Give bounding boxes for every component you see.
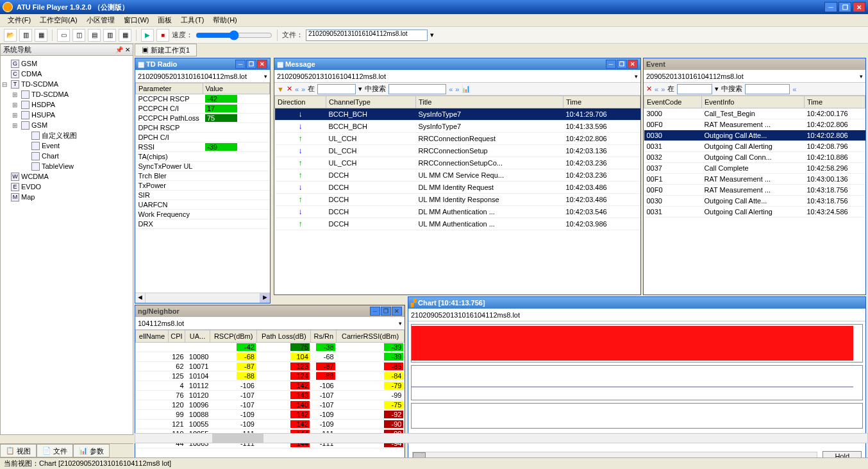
neighbor-row[interactable]: 12610080-68104-68-39 xyxy=(136,352,405,362)
param-row[interactable]: DPCH C/I xyxy=(136,133,270,142)
tree-node[interactable]: 自定义视图 xyxy=(2,130,131,141)
neighbor-row[interactable]: 9910088-109142-109-92 xyxy=(136,410,405,420)
param-row[interactable]: PCCPCH C/I17 xyxy=(136,104,270,114)
tree-node[interactable]: TableView xyxy=(2,161,131,171)
dropdown-icon[interactable]: ▾ xyxy=(264,73,267,80)
tree-node[interactable]: ⊞HSDPA xyxy=(2,99,131,110)
next-icon[interactable]: » xyxy=(661,85,665,93)
col-title[interactable]: Title xyxy=(416,96,563,108)
ws-icon[interactable]: ▦ xyxy=(35,29,47,42)
next-icon[interactable]: » xyxy=(301,85,305,93)
tdradio-max[interactable]: ❐ xyxy=(246,60,256,69)
nbr-col[interactable]: Rs/Rn xyxy=(311,330,337,343)
tree-node[interactable]: CCDMA xyxy=(2,69,131,79)
event-row[interactable]: 3000Call_Test_Begin10:42:00.176 xyxy=(644,108,865,119)
message-row[interactable]: ↓DL_CCHRRCConnectionSetup10:42:03.136 xyxy=(275,145,640,157)
tree-node[interactable]: Event xyxy=(2,141,131,151)
tdradio-close[interactable]: ✕ xyxy=(257,60,267,69)
tree-node[interactable]: ⊞GSM xyxy=(2,120,131,130)
event-row[interactable]: 0030Outgoing Call Atte...10:42:02.806 xyxy=(644,130,865,141)
menu-workspace[interactable]: 工作空间(A) xyxy=(36,14,81,26)
msg-max[interactable]: ❐ xyxy=(617,60,627,69)
event-row[interactable]: 0037Call Complete10:42:58.296 xyxy=(644,163,865,174)
layout2-icon[interactable]: ◫ xyxy=(72,29,85,42)
tab-view[interactable]: 📋视图 xyxy=(0,444,37,457)
param-row[interactable]: TxPower xyxy=(136,181,270,191)
layout1-icon[interactable]: ▭ xyxy=(57,29,70,42)
menu-cell[interactable]: 小区管理 xyxy=(83,14,119,26)
search-type-input[interactable] xyxy=(317,84,356,94)
col-eventcode[interactable]: EventCode xyxy=(644,96,702,108)
param-row[interactable]: RSSI-39 xyxy=(136,142,270,152)
param-row[interactable]: SyncTxPower UL xyxy=(136,162,270,171)
maximize-button[interactable]: ❐ xyxy=(839,2,851,12)
neighbor-row[interactable]: 12510104-88124-88-84 xyxy=(136,371,405,381)
neighbor-row[interactable]: 12110055-109142-109-90 xyxy=(136,420,405,429)
param-row[interactable]: Trch Bler xyxy=(136,171,270,181)
layout5-icon[interactable]: ▦ xyxy=(119,29,131,42)
play-button[interactable]: ▶ xyxy=(141,29,154,42)
col-eventinfo[interactable]: EventInfo xyxy=(702,96,805,108)
message-row[interactable]: ↑DCCHUL MM Authentication ...10:42:03.98… xyxy=(275,218,640,230)
nbr-min[interactable]: ─ xyxy=(370,307,380,316)
nbr-col[interactable]: UA... xyxy=(185,330,210,343)
tab-file[interactable]: 📄文件 xyxy=(37,444,73,457)
dropdown-arrow-icon[interactable]: ▾ xyxy=(430,31,434,39)
menu-tools[interactable]: 工具(T) xyxy=(177,14,208,26)
speed-slider[interactable] xyxy=(196,30,272,40)
menu-file[interactable]: 文件(F) xyxy=(4,14,35,26)
event-row[interactable]: 00F0RAT Measurement ...10:42:02.806 xyxy=(644,119,865,130)
search-text-input[interactable] xyxy=(388,84,446,94)
neighbor-row[interactable]: -4275-38-39 xyxy=(136,343,405,352)
nbr-col[interactable]: CarrierRSSI(dBm) xyxy=(337,330,405,343)
message-row[interactable]: ↑DCCHUL MM CM Service Requ...10:42:03.23… xyxy=(275,169,640,182)
event-row[interactable]: 0030Outgoing Call Atte...10:43:18.756 xyxy=(644,196,865,207)
neighbor-row[interactable]: 6210071-87123-87-85 xyxy=(136,362,405,371)
layout3-icon[interactable]: ▤ xyxy=(88,29,101,42)
menu-help[interactable]: 帮助(H) xyxy=(209,14,240,26)
param-row[interactable]: TA(chips) xyxy=(136,152,270,162)
message-row[interactable]: ↓DCCHDL MM Authentication ...10:42:03.54… xyxy=(275,206,640,218)
tdradio-min[interactable]: ─ xyxy=(235,60,246,69)
nbr-close[interactable]: ✕ xyxy=(392,307,402,316)
event-row[interactable]: 0032Outgoing Call Conn...10:42:10.886 xyxy=(644,152,865,163)
tree-node[interactable]: EEVDO xyxy=(2,182,131,192)
tree-node[interactable]: Chart xyxy=(2,151,131,161)
neighbor-row[interactable]: 12010096-107140-107-75 xyxy=(136,400,405,410)
param-row[interactable]: PCCPCH PathLoss75 xyxy=(136,114,270,123)
param-row[interactable]: PCCPCH RSCP-42 xyxy=(136,94,270,104)
minimize-button[interactable]: ─ xyxy=(824,2,837,12)
param-row[interactable]: Work Frequency xyxy=(136,210,270,219)
search-text-input[interactable] xyxy=(745,84,790,94)
next2-icon[interactable]: » xyxy=(455,85,459,93)
event-row[interactable]: 00F0RAT Measurement ...10:43:18.756 xyxy=(644,185,865,196)
stop-button[interactable]: ■ xyxy=(156,29,169,42)
tree-node[interactable]: MMap xyxy=(2,192,131,202)
dropdown-icon[interactable]: ▾ xyxy=(860,73,863,80)
message-row[interactable]: ↑DCCHUL MM Identity Response10:42:03.486 xyxy=(275,194,640,206)
dropdown-icon[interactable]: ▾ xyxy=(399,320,402,327)
excel-icon[interactable]: 📊 xyxy=(462,85,471,93)
neighbor-row[interactable]: 7610120-107143-107-99 xyxy=(136,391,405,400)
col-time[interactable]: Time xyxy=(563,96,640,108)
tree-node[interactable]: ⊞TD-SCDMA xyxy=(2,89,131,99)
param-row[interactable]: SIR xyxy=(136,191,270,200)
workspace-tab1[interactable]: ▣ 新建工作页1 xyxy=(135,44,197,56)
param-row[interactable]: DRX xyxy=(136,219,270,229)
col-channel[interactable]: ChannelType xyxy=(326,96,416,108)
dropdown-icon[interactable]: ▾ xyxy=(635,73,638,80)
prev-icon[interactable]: « xyxy=(655,85,658,93)
menu-panel[interactable]: 面板 xyxy=(154,14,176,26)
search-type-input[interactable] xyxy=(677,84,712,94)
nbr-col[interactable]: Path Loss(dB) xyxy=(257,330,311,343)
tab-param[interactable]: 📊参数 xyxy=(73,444,110,457)
event-row[interactable]: 0031Outgoing Call Alerting10:42:08.796 xyxy=(644,141,865,152)
nbr-col[interactable]: CPI xyxy=(168,330,185,343)
message-row[interactable]: ↓BCCH_BCHSysInfoType710:41:33.596 xyxy=(275,121,640,133)
tree-node[interactable]: ⊟TTD-SCDMA xyxy=(2,79,131,89)
scroll-right-icon[interactable]: ► xyxy=(260,293,270,303)
layout4-icon[interactable]: ▥ xyxy=(103,29,116,42)
message-row[interactable]: ↓DCCHDL MM Identity Request10:42:03.486 xyxy=(275,182,640,194)
workspace-hscroll[interactable] xyxy=(135,433,868,443)
menu-window[interactable]: 窗口(W) xyxy=(120,14,153,26)
